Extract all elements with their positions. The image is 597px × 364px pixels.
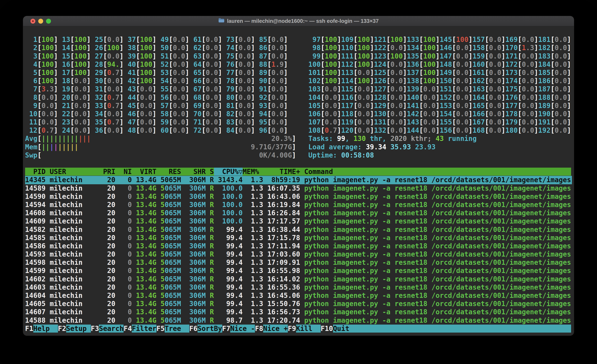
column-header-pri[interactable]: PRI: [83, 168, 116, 176]
column-header-ni[interactable]: NI: [115, 168, 132, 176]
virt-cell: 13.4G: [132, 226, 157, 234]
res-cell: 5: [161, 250, 165, 258]
mem-cell: 1.3: [243, 275, 263, 283]
shr-cell: 306M: [181, 250, 206, 258]
fkey-nice--button[interactable]: F7Nice -: [222, 325, 255, 333]
fkey-setup-button[interactable]: F2Setup: [58, 325, 91, 333]
process-row-14602[interactable]: 14602 milechin 20 0 13.4G 5065M 306M R 9…: [25, 275, 572, 283]
fkey-search-button[interactable]: F3Search: [91, 325, 124, 333]
cpu-78-id: 78: [222, 77, 235, 85]
time-cell: 17:09.91: [263, 258, 300, 266]
mem-cell: 1.3: [243, 242, 263, 250]
process-row-14589[interactable]: 14589 milechin 20 0 13.4G 5065M 306M R 1…: [25, 184, 572, 192]
column-header-pid[interactable]: PID: [25, 168, 46, 176]
cpu-149-id: 149: [440, 68, 452, 77]
cpu-175-id: 175: [505, 85, 518, 93]
cpu-33-id: 33: [91, 102, 103, 110]
process-row-14590[interactable]: 14590 milechin 20 0 13.4G 5065M 306M R 1…: [25, 192, 572, 201]
process-row-14582[interactable]: 14582 milechin 20 0 13.4G 5065M 306M R 9…: [25, 226, 572, 234]
state-cell: R: [206, 192, 214, 200]
cpu-108-id: 108: [308, 126, 321, 134]
cpu-49-id: 49: [157, 36, 169, 44]
mem-cell: 1.3: [243, 308, 263, 316]
virt-cell: 13.4G: [132, 316, 157, 324]
fkey-kill-button[interactable]: F9Kill: [288, 325, 321, 333]
mem-cell: 1.3: [243, 283, 263, 291]
state-cell: R: [206, 226, 214, 234]
cpu-179-id: 179: [505, 118, 518, 126]
minimize-button[interactable]: [38, 19, 43, 24]
cpu-105-id: 105: [308, 102, 321, 110]
fkey-quit-button[interactable]: F10Quit: [321, 325, 358, 333]
process-row-14605[interactable]: 14605 milechin 20 0 13.4G 5065M 306M R 9…: [25, 300, 572, 308]
column-header-shr[interactable]: SHR: [181, 168, 206, 176]
cpu-137-id: 137: [407, 68, 419, 77]
process-row-14594[interactable]: 14594 milechin 20 0 13.4G 5065M 306M R 1…: [25, 201, 572, 209]
column-header-cpu-sorted[interactable]: CPU%▽: [214, 168, 243, 176]
cpu-100-id: 100: [308, 61, 321, 68]
column-header-res[interactable]: RES: [157, 168, 181, 176]
process-row-14607[interactable]: 14607 milechin 20 0 13.4G 5065M 306M R 9…: [25, 308, 572, 316]
cpu-cell: 98.7: [214, 316, 243, 324]
cpu-150-id: 150: [440, 77, 452, 85]
virt-cell: 13.4G: [132, 300, 157, 308]
cpu-152-id: 152: [440, 93, 452, 101]
mem-cell: 1.3: [243, 250, 263, 258]
cpu-66-id: 66: [189, 77, 202, 85]
fkey-help-button[interactable]: F1Help: [25, 325, 58, 333]
column-header-virt[interactable]: VIRT: [132, 168, 157, 176]
cpu-7-id: 7: [25, 85, 37, 93]
pid-cell: 14588: [25, 316, 46, 324]
titlebar[interactable]: lauren — milechin@node1600:~ — ssh eofe-…: [23, 16, 574, 26]
process-row-14586[interactable]: 14586 milechin 20 0 13.4G 5065M 306M R 9…: [25, 242, 572, 250]
time-cell: 17:17.57: [263, 217, 300, 225]
zoom-button[interactable]: [46, 19, 51, 24]
column-header-command[interactable]: Command: [304, 168, 571, 176]
cpu-21-id: 21: [58, 102, 70, 110]
cpu-cell: 99.4: [214, 234, 243, 242]
cpu-45-id: 45: [124, 102, 136, 110]
process-row-14604[interactable]: 14604 milechin 20 0 13.4G 5065M 306M R 9…: [25, 291, 572, 300]
cpu-60-id: 60: [157, 126, 169, 134]
column-header-time[interactable]: TIME+: [263, 168, 300, 176]
cpu-44-id: 44: [124, 93, 136, 101]
cpu-41-id: 41: [124, 68, 136, 77]
column-header-s[interactable]: S: [206, 168, 214, 176]
memory-meter-value: 9.71G/377G: [251, 143, 292, 151]
process-row-14608[interactable]: 14608 milechin 20 0 13.4G 5065M 306M R 1…: [25, 209, 572, 217]
process-row-14609[interactable]: 14609 milechin 20 0 13.4G 5065M 306M R 1…: [25, 217, 572, 225]
memory-meter-label: Mem: [25, 143, 37, 151]
ni-cell: 0: [115, 192, 132, 200]
res-cell: 5065M: [157, 176, 181, 184]
cpu-23-id: 23: [58, 118, 70, 126]
cpu-cell: 99.4: [214, 308, 243, 316]
pri-cell: 20: [83, 291, 116, 299]
cpu-46-id: 46: [124, 110, 136, 118]
process-row-14588[interactable]: 14588 milechin 20 0 13.4G 5065M 306M R 9…: [25, 316, 572, 325]
process-row-14599[interactable]: 14599 milechin 20 0 13.4G 5065M 306M R 9…: [25, 267, 572, 275]
cpu-35-id: 35: [91, 118, 103, 126]
fkey-sortby-button[interactable]: F6SortBy: [189, 325, 222, 333]
cpu-118-id: 118: [341, 110, 353, 118]
process-row-14598[interactable]: 14598 milechin 20 0 13.4G 5065M 306M R 9…: [25, 258, 572, 267]
pri-cell: 20: [83, 226, 116, 234]
pid-cell: 14598: [25, 258, 46, 266]
process-row-14345[interactable]: 14345 milechin 20 0 13.4G 5065M 306M R 3…: [25, 176, 572, 184]
column-header-user[interactable]: USER: [50, 168, 83, 176]
column-header-mem[interactable]: MEM%: [243, 168, 263, 176]
res-cell: 5: [161, 226, 165, 234]
process-row-14593[interactable]: 14593 milechin 20 0 13.4G 5065M 306M R 9…: [25, 250, 572, 258]
fkey-tree-button[interactable]: F5Tree: [157, 325, 189, 333]
fkey-nice--button[interactable]: F8Nice +: [255, 325, 288, 333]
shr-cell: 306M: [181, 258, 206, 266]
process-row-14585[interactable]: 14585 milechin 20 0 13.4G 5065M 306M R 9…: [25, 234, 572, 242]
fkey-filter-button[interactable]: F4Filter: [124, 325, 157, 333]
swap-meter: Swp[ 0K/4.00G] Uptime: 00:58:08: [25, 151, 572, 159]
process-table-header[interactable]: PID USER PRI NI VIRT RES SHR S CPU%▽MEM%…: [25, 168, 572, 176]
process-row-14603[interactable]: 14603 milechin 20 0 13.4G 5065M 306M R 9…: [25, 283, 572, 291]
close-button[interactable]: [31, 19, 35, 24]
time-cell: 16:55.36: [263, 283, 300, 291]
ni-cell: 0: [115, 201, 132, 209]
cpu-meter-row-9: 9[0.0] 21[0.0] 33[0.7] 45[0.0] 57[0.0] 6…: [25, 102, 572, 110]
cpu-91-id: 91: [255, 85, 267, 93]
